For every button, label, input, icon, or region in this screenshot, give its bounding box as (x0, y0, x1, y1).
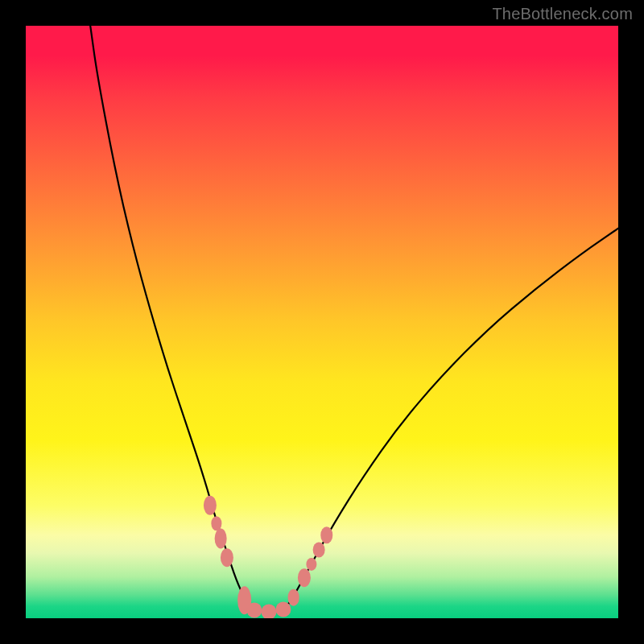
data-marker (221, 548, 233, 568)
left-curve (90, 26, 257, 615)
plot-area (26, 26, 618, 618)
data-marker (287, 589, 299, 606)
chart-frame: TheBottleneck.com (0, 0, 644, 644)
data-marker (313, 543, 325, 558)
right-curve (281, 229, 619, 616)
watermark-text: TheBottleneck.com (492, 5, 633, 23)
data-marker (298, 568, 311, 588)
data-marker (215, 528, 227, 548)
data-marker (261, 604, 276, 618)
